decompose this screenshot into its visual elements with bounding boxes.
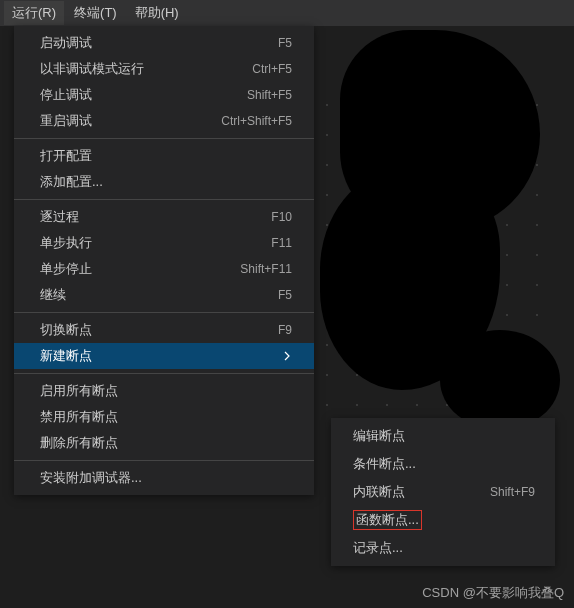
- menu-label: 编辑断点: [353, 427, 535, 445]
- menu-restart-debugging[interactable]: 重启调试 Ctrl+Shift+F5: [14, 108, 314, 134]
- submenu-function-breakpoint[interactable]: 函数断点...: [331, 506, 555, 534]
- menu-add-config[interactable]: 添加配置...: [14, 169, 314, 195]
- menu-label: 函数断点...: [353, 510, 535, 530]
- menu-shortcut: Ctrl+Shift+F5: [221, 114, 292, 128]
- menu-stop-debugging[interactable]: 停止调试 Shift+F5: [14, 82, 314, 108]
- menu-label: 单步停止: [40, 260, 220, 278]
- menu-new-breakpoint[interactable]: 新建断点: [14, 343, 314, 369]
- menu-label: 以非调试模式运行: [40, 60, 232, 78]
- menu-label: 继续: [40, 286, 258, 304]
- menu-label: 启动调试: [40, 34, 258, 52]
- menu-shortcut: F11: [271, 236, 292, 250]
- submenu-conditional-breakpoint[interactable]: 条件断点...: [331, 450, 555, 478]
- run-menu: 启动调试 F5 以非调试模式运行 Ctrl+F5 停止调试 Shift+F5 重…: [14, 26, 314, 495]
- menubar-run[interactable]: 运行(R): [4, 1, 64, 25]
- menu-label: 安装附加调试器...: [40, 469, 292, 487]
- menu-label: 启用所有断点: [40, 382, 292, 400]
- menu-separator: [14, 138, 314, 139]
- menu-shortcut: F10: [271, 210, 292, 224]
- menubar-help[interactable]: 帮助(H): [127, 1, 187, 25]
- menu-step-over[interactable]: 逐过程 F10: [14, 204, 314, 230]
- menubar-terminal[interactable]: 终端(T): [66, 1, 125, 25]
- submenu-inline-breakpoint[interactable]: 内联断点 Shift+F9: [331, 478, 555, 506]
- highlight-box: 函数断点...: [353, 510, 422, 530]
- menu-separator: [14, 312, 314, 313]
- watermark: CSDN @不要影响我叠Q: [422, 584, 564, 602]
- menu-shortcut: F5: [278, 36, 292, 50]
- menu-label: 内联断点: [353, 483, 470, 501]
- menu-enable-all-breakpoints[interactable]: 启用所有断点: [14, 378, 314, 404]
- menu-label: 添加配置...: [40, 173, 292, 191]
- menu-shortcut: F5: [278, 288, 292, 302]
- menu-separator: [14, 199, 314, 200]
- menu-shortcut: F9: [278, 323, 292, 337]
- menu-label: 逐过程: [40, 208, 251, 226]
- chevron-right-icon: [278, 351, 292, 361]
- menu-toggle-breakpoint[interactable]: 切换断点 F9: [14, 317, 314, 343]
- menu-label: 记录点...: [353, 539, 535, 557]
- menu-label: 新建断点: [40, 347, 278, 365]
- menu-label: 重启调试: [40, 112, 201, 130]
- menu-step-out[interactable]: 单步停止 Shift+F11: [14, 256, 314, 282]
- menu-label: 停止调试: [40, 86, 227, 104]
- menu-label: 单步执行: [40, 234, 251, 252]
- menu-label: 条件断点...: [353, 455, 535, 473]
- menu-label: 打开配置: [40, 147, 292, 165]
- menu-install-debuggers[interactable]: 安装附加调试器...: [14, 465, 314, 491]
- menu-shortcut: Shift+F11: [240, 262, 292, 276]
- submenu-logpoint[interactable]: 记录点...: [331, 534, 555, 562]
- menu-separator: [14, 373, 314, 374]
- menu-remove-all-breakpoints[interactable]: 删除所有断点: [14, 430, 314, 456]
- menu-start-debugging[interactable]: 启动调试 F5: [14, 30, 314, 56]
- menubar: 运行(R) 终端(T) 帮助(H): [0, 0, 574, 26]
- new-breakpoint-submenu: 编辑断点 条件断点... 内联断点 Shift+F9 函数断点... 记录点..…: [331, 418, 555, 566]
- menu-shortcut: Ctrl+F5: [252, 62, 292, 76]
- menu-label: 删除所有断点: [40, 434, 292, 452]
- menu-shortcut: Shift+F9: [490, 485, 535, 499]
- menu-run-without-debugging[interactable]: 以非调试模式运行 Ctrl+F5: [14, 56, 314, 82]
- menu-open-config[interactable]: 打开配置: [14, 143, 314, 169]
- menu-continue[interactable]: 继续 F5: [14, 282, 314, 308]
- menu-label: 禁用所有断点: [40, 408, 292, 426]
- redacted-shape: [320, 30, 570, 410]
- menu-step-into[interactable]: 单步执行 F11: [14, 230, 314, 256]
- menu-disable-all-breakpoints[interactable]: 禁用所有断点: [14, 404, 314, 430]
- menu-label: 切换断点: [40, 321, 258, 339]
- menu-shortcut: Shift+F5: [247, 88, 292, 102]
- menu-separator: [14, 460, 314, 461]
- submenu-edit-breakpoint[interactable]: 编辑断点: [331, 422, 555, 450]
